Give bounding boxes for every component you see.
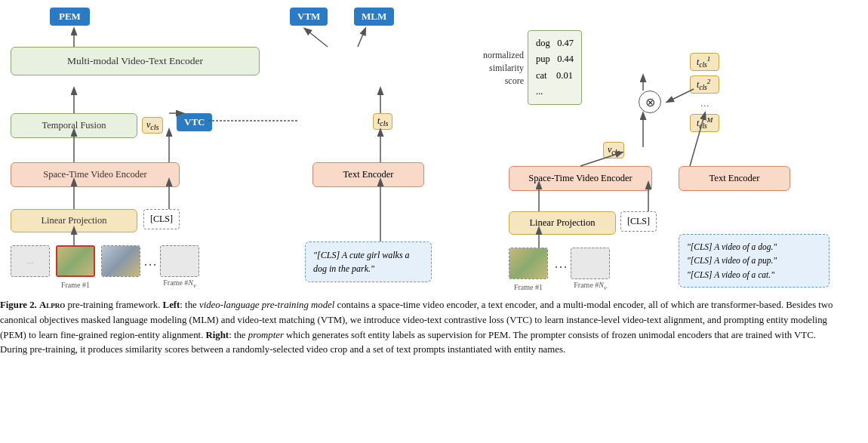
diagram-area: PEM Multi-modal Video-Text Encoder Tempo… <box>11 8 857 302</box>
framen-label-right: Frame #Nv <box>574 281 606 291</box>
frame-img-dog-right <box>509 248 547 278</box>
tcls-label-mid: tcls <box>373 113 392 130</box>
stvideo-right: Space-Time Video Encoder <box>509 166 652 191</box>
frames-left: … Frame #1 … <box>11 245 199 277</box>
frame-box-girl-left <box>101 245 140 277</box>
tclsM-right: tclsM <box>690 114 719 132</box>
frame-box-dots-left: … <box>11 245 50 277</box>
left-section: PEM Multi-modal Video-Text Encoder Tempo… <box>11 8 267 294</box>
multiply-symbol: ⊗ <box>639 91 661 113</box>
score-row-dog: dog 0.47 <box>536 35 574 51</box>
score-row-pup: pup 0.44 <box>536 51 574 67</box>
frame-box-n-right <box>571 248 610 279</box>
vtc-box: VTC <box>177 113 212 131</box>
pem-box: PEM <box>50 8 90 26</box>
textenc-right: Text Encoder <box>679 166 790 191</box>
vcls-label-right: vcls <box>603 142 624 158</box>
vcls-label-left: vcls <box>142 117 163 134</box>
frame-img-dog-left <box>57 247 94 275</box>
framen-label-left: Frame #Nv <box>163 278 195 289</box>
frames-right: Frame #1 … Frame #Nv <box>509 248 610 279</box>
frame-dots-right: … <box>554 256 568 272</box>
temporal-fusion-box: Temporal Fusion <box>11 113 137 138</box>
stvideo-left: Space-Time Video Encoder <box>11 162 180 187</box>
tcls2-right: tcls2 <box>690 75 719 94</box>
figure-label: Figure 2. <box>0 300 39 310</box>
mid-section: VTM MLM tcls Text Encoder "[CLS] A cute … <box>282 8 441 294</box>
text-input-box: "[CLS] A cute girl walks a dog in the pa… <box>305 241 432 282</box>
cls-box-right: [CLS] <box>620 211 657 232</box>
caption-text: pre-training framework. Left: the video-… <box>0 300 833 355</box>
frame1-label-right: Frame #1 <box>514 283 543 291</box>
frame-img-n-left <box>161 246 199 276</box>
textenc-mid: Text Encoder <box>312 162 424 187</box>
caption-area: Figure 2. Alpro pre-training framework. … <box>0 298 845 358</box>
right-section: normalizedsimilarityscore dog 0.47 pup 0… <box>456 8 868 294</box>
score-row-cat: cat 0.01 <box>536 68 574 84</box>
frame-box-1-right <box>509 248 548 279</box>
similarity-label: normalizedsimilarityscore <box>456 49 524 87</box>
frame-img-n-right <box>571 248 609 278</box>
prompt-line-cat: "[CLS] A video of a cat." <box>687 268 821 281</box>
tcls-stack-right: tcls1 tcls2 … tclsM <box>690 53 719 132</box>
vtm-box: VTM <box>290 8 328 26</box>
frame-dots-mid-left: … <box>143 254 157 269</box>
score-table: dog 0.47 pup 0.44 cat 0.01 ... <box>528 30 582 105</box>
frame1-label-left: Frame #1 <box>61 281 90 289</box>
cls-box-left: [CLS] <box>143 209 180 229</box>
text-prompts-box: "[CLS] A video of a dog." "[CLS] A video… <box>679 234 830 288</box>
linproj-right: Linear Projection <box>509 211 616 235</box>
mlm-box: MLM <box>354 8 394 26</box>
score-row-ellipsis: ... <box>536 84 574 100</box>
frame-box-1-left <box>56 245 95 277</box>
main-container: PEM Multi-modal Video-Text Encoder Tempo… <box>0 0 868 443</box>
tcls1-right: tcls1 <box>690 53 719 71</box>
prompt-line-pup: "[CLS] A video of a pup." <box>687 254 821 267</box>
frame-box-n-left <box>160 245 199 277</box>
multimodal-encoder-box: Multi-modal Video-Text Encoder <box>11 47 260 75</box>
tcls-dots-right: … <box>690 98 719 109</box>
prompt-line-dog: "[CLS] A video of a dog." <box>687 240 821 254</box>
frame-dots-left: … <box>11 246 49 276</box>
frame-img-girl-left <box>102 246 140 276</box>
linproj-left: Linear Projection <box>11 209 137 232</box>
alpro-label: Alpro <box>39 300 65 310</box>
